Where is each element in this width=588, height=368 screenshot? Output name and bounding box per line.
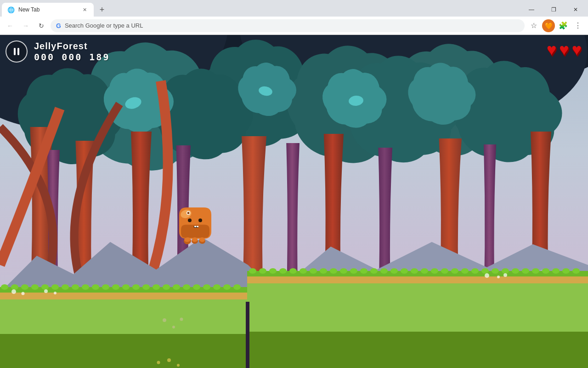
address-bar: ← → ↻ G Search Google or type a URL ☆ 🧡 …	[0, 17, 588, 35]
menu-icon[interactable]: ⋮	[571, 19, 584, 32]
window-controls: — ❐ ✕	[521, 3, 588, 17]
game-score: 000 000 189	[34, 52, 110, 63]
google-logo: G	[56, 22, 61, 29]
game-canvas	[0, 35, 588, 368]
extensions-icon[interactable]: 🧩	[557, 19, 570, 32]
title-bar: 🌐 New Tab ✕ + — ❐ ✕	[0, 0, 588, 17]
hearts-display: ♥ ♥ ♥	[547, 41, 582, 58]
game-title: JellyForest	[34, 41, 110, 52]
pause-bar-right	[17, 48, 19, 55]
close-button[interactable]: ✕	[565, 2, 586, 17]
pause-bar-left	[14, 48, 16, 55]
refresh-button[interactable]: ↻	[35, 19, 48, 32]
browser-tab[interactable]: 🌐 New Tab ✕	[2, 3, 94, 17]
url-text: Search Google or type a URL	[65, 22, 519, 29]
toolbar-icons: ☆ 🧡 🧩 ⋮	[527, 19, 584, 32]
pause-button[interactable]	[6, 40, 28, 63]
back-button[interactable]: ←	[4, 19, 17, 32]
pause-icon	[14, 48, 19, 55]
tab-favicon: 🌐	[7, 6, 15, 13]
hud: JellyForest 000 000 189	[6, 40, 110, 63]
maximize-button[interactable]: ❐	[543, 2, 564, 17]
tab-title: New Tab	[18, 6, 77, 13]
chrome-window: 🌐 New Tab ✕ + — ❐ ✕ ← → ↻ G Search Googl…	[0, 0, 588, 368]
forward-button[interactable]: →	[19, 19, 32, 32]
new-tab-button[interactable]: +	[96, 3, 108, 16]
minimize-button[interactable]: —	[521, 2, 542, 17]
bookmark-icon[interactable]: ☆	[527, 19, 540, 32]
game-info: JellyForest 000 000 189	[34, 41, 110, 63]
heart-2: ♥	[559, 41, 569, 58]
heart-1: ♥	[547, 41, 556, 58]
heart-3: ♥	[572, 41, 582, 58]
profile-avatar[interactable]: 🧡	[542, 19, 555, 32]
game-area: JellyForest 000 000 189 ♥ ♥ ♥	[0, 35, 588, 368]
url-bar[interactable]: G Search Google or type a URL	[51, 19, 525, 32]
tab-close-button[interactable]: ✕	[81, 6, 88, 13]
